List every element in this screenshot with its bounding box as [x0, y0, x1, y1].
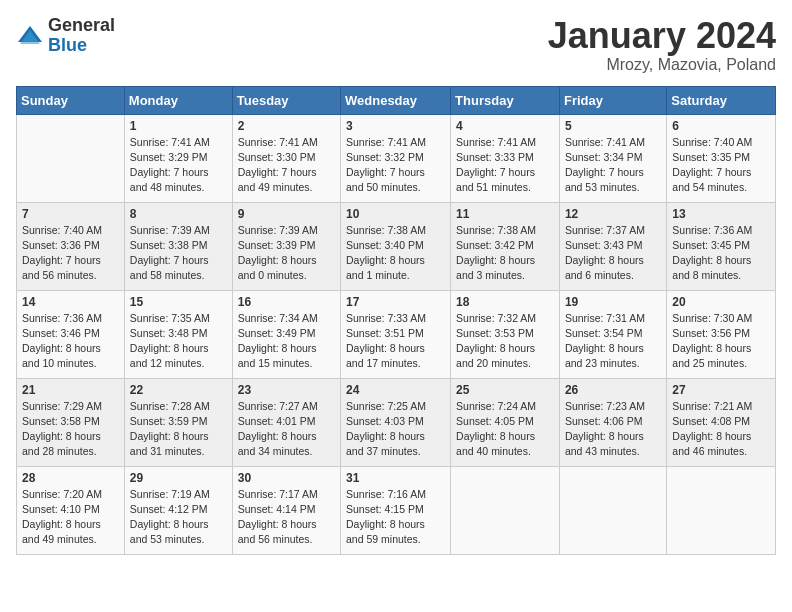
day-number: 21	[22, 383, 119, 397]
calendar-cell: 2Sunrise: 7:41 AM Sunset: 3:30 PM Daylig…	[232, 114, 340, 202]
calendar-cell: 17Sunrise: 7:33 AM Sunset: 3:51 PM Dayli…	[341, 290, 451, 378]
day-number: 11	[456, 207, 554, 221]
day-number: 6	[672, 119, 770, 133]
header-wednesday: Wednesday	[341, 86, 451, 114]
calendar-cell	[559, 466, 666, 554]
calendar-cell: 1Sunrise: 7:41 AM Sunset: 3:29 PM Daylig…	[124, 114, 232, 202]
day-info: Sunrise: 7:41 AM Sunset: 3:32 PM Dayligh…	[346, 135, 445, 196]
day-info: Sunrise: 7:41 AM Sunset: 3:34 PM Dayligh…	[565, 135, 661, 196]
calendar-week-row: 1Sunrise: 7:41 AM Sunset: 3:29 PM Daylig…	[17, 114, 776, 202]
day-info: Sunrise: 7:37 AM Sunset: 3:43 PM Dayligh…	[565, 223, 661, 284]
month-title: January 2024	[548, 16, 776, 56]
day-number: 10	[346, 207, 445, 221]
day-number: 12	[565, 207, 661, 221]
day-info: Sunrise: 7:28 AM Sunset: 3:59 PM Dayligh…	[130, 399, 227, 460]
day-number: 28	[22, 471, 119, 485]
day-info: Sunrise: 7:33 AM Sunset: 3:51 PM Dayligh…	[346, 311, 445, 372]
day-info: Sunrise: 7:34 AM Sunset: 3:49 PM Dayligh…	[238, 311, 335, 372]
calendar-cell: 19Sunrise: 7:31 AM Sunset: 3:54 PM Dayli…	[559, 290, 666, 378]
day-number: 1	[130, 119, 227, 133]
calendar-cell: 16Sunrise: 7:34 AM Sunset: 3:49 PM Dayli…	[232, 290, 340, 378]
calendar-cell: 20Sunrise: 7:30 AM Sunset: 3:56 PM Dayli…	[667, 290, 776, 378]
calendar-cell: 25Sunrise: 7:24 AM Sunset: 4:05 PM Dayli…	[451, 378, 560, 466]
day-info: Sunrise: 7:38 AM Sunset: 3:40 PM Dayligh…	[346, 223, 445, 284]
header-friday: Friday	[559, 86, 666, 114]
day-number: 23	[238, 383, 335, 397]
day-info: Sunrise: 7:36 AM Sunset: 3:46 PM Dayligh…	[22, 311, 119, 372]
day-number: 19	[565, 295, 661, 309]
page-header: General Blue January 2024 Mrozy, Mazovia…	[16, 16, 776, 74]
logo: General Blue	[16, 16, 115, 56]
day-info: Sunrise: 7:40 AM Sunset: 3:35 PM Dayligh…	[672, 135, 770, 196]
day-info: Sunrise: 7:32 AM Sunset: 3:53 PM Dayligh…	[456, 311, 554, 372]
calendar-cell: 12Sunrise: 7:37 AM Sunset: 3:43 PM Dayli…	[559, 202, 666, 290]
day-info: Sunrise: 7:39 AM Sunset: 3:39 PM Dayligh…	[238, 223, 335, 284]
header-monday: Monday	[124, 86, 232, 114]
day-number: 27	[672, 383, 770, 397]
day-info: Sunrise: 7:36 AM Sunset: 3:45 PM Dayligh…	[672, 223, 770, 284]
day-info: Sunrise: 7:31 AM Sunset: 3:54 PM Dayligh…	[565, 311, 661, 372]
location: Mrozy, Mazovia, Poland	[548, 56, 776, 74]
calendar-week-row: 28Sunrise: 7:20 AM Sunset: 4:10 PM Dayli…	[17, 466, 776, 554]
calendar-cell: 9Sunrise: 7:39 AM Sunset: 3:39 PM Daylig…	[232, 202, 340, 290]
calendar-cell: 18Sunrise: 7:32 AM Sunset: 3:53 PM Dayli…	[451, 290, 560, 378]
day-info: Sunrise: 7:40 AM Sunset: 3:36 PM Dayligh…	[22, 223, 119, 284]
title-block: January 2024 Mrozy, Mazovia, Poland	[548, 16, 776, 74]
calendar-cell: 14Sunrise: 7:36 AM Sunset: 3:46 PM Dayli…	[17, 290, 125, 378]
day-info: Sunrise: 7:24 AM Sunset: 4:05 PM Dayligh…	[456, 399, 554, 460]
calendar-cell: 15Sunrise: 7:35 AM Sunset: 3:48 PM Dayli…	[124, 290, 232, 378]
calendar-week-row: 21Sunrise: 7:29 AM Sunset: 3:58 PM Dayli…	[17, 378, 776, 466]
calendar-cell	[17, 114, 125, 202]
day-number: 3	[346, 119, 445, 133]
day-number: 15	[130, 295, 227, 309]
day-number: 30	[238, 471, 335, 485]
calendar-cell: 3Sunrise: 7:41 AM Sunset: 3:32 PM Daylig…	[341, 114, 451, 202]
day-info: Sunrise: 7:39 AM Sunset: 3:38 PM Dayligh…	[130, 223, 227, 284]
calendar-cell: 8Sunrise: 7:39 AM Sunset: 3:38 PM Daylig…	[124, 202, 232, 290]
calendar-cell: 31Sunrise: 7:16 AM Sunset: 4:15 PM Dayli…	[341, 466, 451, 554]
day-number: 22	[130, 383, 227, 397]
logo-icon	[16, 22, 44, 50]
calendar-cell	[667, 466, 776, 554]
day-info: Sunrise: 7:20 AM Sunset: 4:10 PM Dayligh…	[22, 487, 119, 548]
calendar-cell: 22Sunrise: 7:28 AM Sunset: 3:59 PM Dayli…	[124, 378, 232, 466]
day-number: 16	[238, 295, 335, 309]
calendar-cell: 30Sunrise: 7:17 AM Sunset: 4:14 PM Dayli…	[232, 466, 340, 554]
header-saturday: Saturday	[667, 86, 776, 114]
calendar-cell: 5Sunrise: 7:41 AM Sunset: 3:34 PM Daylig…	[559, 114, 666, 202]
day-number: 9	[238, 207, 335, 221]
day-number: 29	[130, 471, 227, 485]
day-number: 18	[456, 295, 554, 309]
header-thursday: Thursday	[451, 86, 560, 114]
day-info: Sunrise: 7:41 AM Sunset: 3:30 PM Dayligh…	[238, 135, 335, 196]
day-info: Sunrise: 7:21 AM Sunset: 4:08 PM Dayligh…	[672, 399, 770, 460]
day-info: Sunrise: 7:25 AM Sunset: 4:03 PM Dayligh…	[346, 399, 445, 460]
day-number: 26	[565, 383, 661, 397]
day-number: 25	[456, 383, 554, 397]
calendar-cell: 23Sunrise: 7:27 AM Sunset: 4:01 PM Dayli…	[232, 378, 340, 466]
calendar-cell: 6Sunrise: 7:40 AM Sunset: 3:35 PM Daylig…	[667, 114, 776, 202]
day-number: 24	[346, 383, 445, 397]
day-info: Sunrise: 7:27 AM Sunset: 4:01 PM Dayligh…	[238, 399, 335, 460]
day-info: Sunrise: 7:23 AM Sunset: 4:06 PM Dayligh…	[565, 399, 661, 460]
day-info: Sunrise: 7:19 AM Sunset: 4:12 PM Dayligh…	[130, 487, 227, 548]
day-info: Sunrise: 7:29 AM Sunset: 3:58 PM Dayligh…	[22, 399, 119, 460]
calendar-cell: 4Sunrise: 7:41 AM Sunset: 3:33 PM Daylig…	[451, 114, 560, 202]
logo-blue: Blue	[48, 36, 115, 56]
calendar-cell: 29Sunrise: 7:19 AM Sunset: 4:12 PM Dayli…	[124, 466, 232, 554]
calendar-week-row: 7Sunrise: 7:40 AM Sunset: 3:36 PM Daylig…	[17, 202, 776, 290]
day-info: Sunrise: 7:16 AM Sunset: 4:15 PM Dayligh…	[346, 487, 445, 548]
day-info: Sunrise: 7:41 AM Sunset: 3:29 PM Dayligh…	[130, 135, 227, 196]
day-number: 2	[238, 119, 335, 133]
day-info: Sunrise: 7:38 AM Sunset: 3:42 PM Dayligh…	[456, 223, 554, 284]
day-number: 20	[672, 295, 770, 309]
logo-general: General	[48, 16, 115, 36]
header-tuesday: Tuesday	[232, 86, 340, 114]
calendar-cell: 21Sunrise: 7:29 AM Sunset: 3:58 PM Dayli…	[17, 378, 125, 466]
calendar-cell: 7Sunrise: 7:40 AM Sunset: 3:36 PM Daylig…	[17, 202, 125, 290]
calendar-cell: 28Sunrise: 7:20 AM Sunset: 4:10 PM Dayli…	[17, 466, 125, 554]
calendar-cell: 26Sunrise: 7:23 AM Sunset: 4:06 PM Dayli…	[559, 378, 666, 466]
day-info: Sunrise: 7:35 AM Sunset: 3:48 PM Dayligh…	[130, 311, 227, 372]
day-info: Sunrise: 7:41 AM Sunset: 3:33 PM Dayligh…	[456, 135, 554, 196]
day-number: 7	[22, 207, 119, 221]
